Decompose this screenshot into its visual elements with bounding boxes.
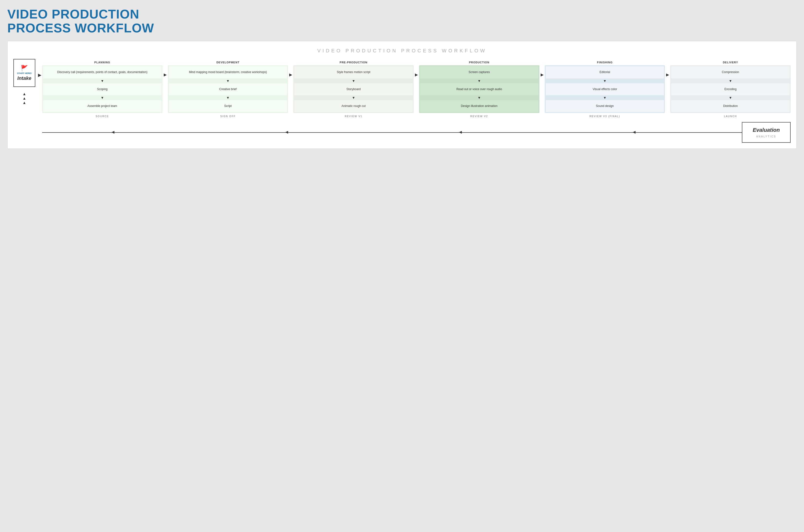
down-arrow-finishing-1: ▼ (546, 78, 664, 83)
up-arrow-1: ▲ (22, 92, 26, 96)
col-arrow-5: ▶ (665, 59, 670, 120)
down-arrow-delivery-1: ▼ (671, 78, 790, 83)
cell-development-2: Script (169, 100, 287, 112)
feedback-line-segment4: ◀ (563, 132, 737, 133)
down-arrow-finishing-2: ▼ (546, 95, 664, 100)
cell-preproduction-1: Storyboard (294, 83, 413, 95)
cell-production-0: Screen captures (420, 66, 539, 78)
column-production: PRODUCTIONScreen captures▼Read out or vo… (419, 59, 539, 120)
col-footer-development: SIGN OFF (168, 113, 288, 120)
cell-preproduction-2: Animatic rough cut (294, 100, 413, 112)
workflow-area: 🚩 START HERE! Intake ▲ ▲ ▲ ▶ PLANNINGDis… (13, 59, 791, 120)
feedback-line-segment2: ◀ (216, 132, 390, 133)
down-arrow-development-2: ▼ (169, 95, 287, 100)
down-arrow-production-1: ▼ (420, 78, 539, 83)
col-footer-finishing: REVIEW V3 (FINAL) (545, 113, 665, 120)
column-delivery: DELIVERYCompression▼Encoding▼Distributio… (670, 59, 791, 120)
col-header-development: DEVELOPMENT (168, 59, 288, 65)
workflow-subtitle: VIDEO PRODUCTION PROCESS WORKFLOW (13, 48, 791, 54)
col-header-preproduction: PRE-PRODUCTION (293, 59, 414, 65)
up-arrow-3: ▲ (22, 101, 26, 105)
feedback-line-segment1: ◀ (42, 132, 216, 133)
down-arrow-preproduction-1: ▼ (294, 78, 413, 83)
cell-delivery-1: Encoding (671, 83, 790, 95)
left-side: 🚩 START HERE! Intake ▲ ▲ ▲ (13, 59, 35, 120)
feedback-row: ◀ ◀ ◀ ◀ Evaluation ANALYTICS (42, 122, 791, 143)
cell-finishing-0: Editorial (546, 66, 664, 78)
intake-to-planning-arrow: ▶ (37, 59, 42, 120)
down-arrow-development-1: ▼ (169, 78, 287, 83)
col-footer-planning: SOURCE (42, 113, 163, 120)
flag-icon: 🚩 (21, 65, 28, 72)
column-development: DEVELOPMENTMind mapping mood board (brai… (168, 59, 288, 120)
col-footer-preproduction: REVIEW V1 (293, 113, 414, 120)
col-footer-delivery: LAUNCH (670, 113, 791, 120)
column-preproduction: PRE-PRODUCTIONStyle frames motion script… (293, 59, 414, 120)
evaluation-box: Evaluation ANALYTICS (742, 122, 791, 143)
columns-container: PLANNINGDiscovery call (requirements, po… (42, 59, 791, 120)
cell-delivery-2: Distribution (671, 100, 790, 112)
down-arrow-planning-1: ▼ (43, 78, 162, 83)
col-arrow-2: ▶ (288, 59, 293, 120)
cell-finishing-2: Sound design (546, 100, 664, 112)
cell-planning-1: Scoping (43, 83, 162, 95)
start-here-label: START HERE! (17, 72, 32, 75)
evaluation-subtitle: ANALYTICS (750, 135, 783, 138)
col-body-production: Screen captures▼Read out or voice over r… (419, 65, 539, 113)
down-arrow-delivery-2: ▼ (671, 95, 790, 100)
col-header-finishing: FINISHING (545, 59, 665, 65)
col-header-planning: PLANNING (42, 59, 163, 65)
col-arrow-4: ▶ (539, 59, 545, 120)
cell-delivery-0: Compression (671, 66, 790, 78)
feedback-arrows-left: ▲ ▲ ▲ (13, 87, 35, 120)
cell-preproduction-0: Style frames motion script (294, 66, 413, 78)
col-body-finishing: Editorial▼Visual effects color▼Sound des… (545, 65, 665, 113)
cell-development-0: Mind mapping mood board (brainstorm, cre… (169, 66, 287, 78)
cell-development-1: Creative brief (169, 83, 287, 95)
cell-finishing-1: Visual effects color (546, 83, 664, 95)
col-body-planning: Discovery call (requirements, points of … (42, 65, 163, 113)
cell-production-2: Design illustration animation (420, 100, 539, 112)
evaluation-title: Evaluation (750, 127, 783, 133)
down-arrow-production-2: ▼ (420, 95, 539, 100)
col-header-delivery: DELIVERY (670, 59, 791, 65)
col-header-production: PRODUCTION (419, 59, 539, 65)
intake-box: 🚩 START HERE! Intake (13, 59, 35, 87)
feedback-line-to-eval (737, 132, 742, 133)
up-arrow-2: ▲ (22, 96, 26, 101)
page-title: VIDEO PRODUCTION PROCESS WORKFLOW (7, 7, 797, 35)
col-arrow-1: ▶ (163, 59, 168, 120)
main-container: VIDEO PRODUCTION PROCESS WORKFLOW 🚩 STAR… (7, 41, 797, 149)
cell-planning-0: Discovery call (requirements, points of … (43, 66, 162, 78)
col-body-preproduction: Style frames motion script▼Storyboard▼An… (293, 65, 414, 113)
col-arrow-3: ▶ (414, 59, 419, 120)
intake-label: Intake (17, 76, 32, 81)
cell-production-1: Read out or voice over rough audio (420, 83, 539, 95)
down-arrow-preproduction-2: ▼ (294, 95, 413, 100)
col-body-development: Mind mapping mood board (brainstorm, cre… (168, 65, 288, 113)
column-finishing: FINISHINGEditorial▼Visual effects color▼… (545, 59, 665, 120)
down-arrow-planning-2: ▼ (43, 95, 162, 100)
column-planning: PLANNINGDiscovery call (requirements, po… (42, 59, 163, 120)
col-body-delivery: Compression▼Encoding▼Distribution (670, 65, 791, 113)
cell-planning-2: Assemble project team (43, 100, 162, 112)
feedback-line-segment3: ◀ (390, 132, 563, 133)
col-footer-production: REVIEW V2 (419, 113, 539, 120)
